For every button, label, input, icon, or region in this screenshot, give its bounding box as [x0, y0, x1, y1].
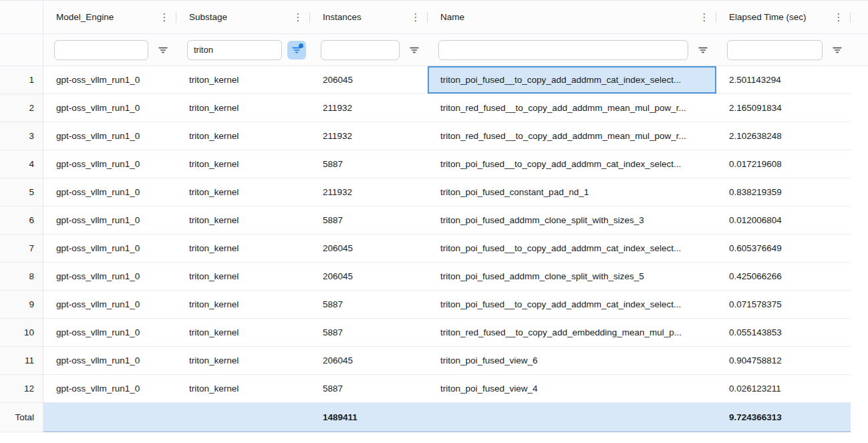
cell-elapsed[interactable]: 2.102638248: [716, 122, 851, 150]
column-menu-icon[interactable]: ⋮: [293, 12, 303, 22]
cell-instances[interactable]: 5887: [310, 375, 428, 403]
filter-button-model-engine[interactable]: [154, 41, 172, 59]
row-filler: [851, 319, 868, 347]
cell-substage[interactable]: triton_kernel: [176, 122, 310, 150]
cell-elapsed[interactable]: 0.071578375: [716, 291, 851, 319]
column-menu-icon[interactable]: ⋮: [159, 12, 170, 22]
cell-elapsed[interactable]: 0.425066266: [716, 263, 851, 291]
cell-elapsed[interactable]: 0.055143853: [716, 319, 851, 347]
row-filler: [851, 375, 868, 403]
row-number: 8: [0, 263, 43, 291]
cell-instances[interactable]: 211932: [310, 122, 428, 150]
cell-elapsed[interactable]: 0.838219359: [716, 178, 851, 206]
row-filler: [851, 94, 868, 122]
cell-name[interactable]: triton_poi_fused__to_copy_add_addmm_cat_…: [428, 291, 716, 319]
column-header-substage[interactable]: Substage ⋮: [176, 1, 310, 34]
cell-instances[interactable]: 206045: [310, 347, 428, 375]
cell-model-engine[interactable]: gpt-oss_vllm_run1_0: [43, 375, 176, 403]
cell-name[interactable]: triton_poi_fused_constant_pad_nd_1: [428, 178, 716, 206]
column-label-substage: Substage: [189, 12, 293, 22]
cell-substage[interactable]: triton_kernel: [176, 347, 310, 375]
filter-button-elapsed-time[interactable]: [828, 41, 847, 59]
filter-button-substage[interactable]: [287, 41, 306, 59]
cell-model-engine[interactable]: gpt-oss_vllm_run1_0: [43, 150, 176, 178]
filter-input-elapsed-time[interactable]: [727, 40, 823, 60]
cell-elapsed[interactable]: 0.017219608: [716, 150, 851, 178]
total-row-filler: [851, 403, 868, 432]
table-row: 6 gpt-oss_vllm_run1_0 triton_kernel 5887…: [0, 206, 868, 235]
cell-substage[interactable]: triton_kernel: [176, 150, 310, 178]
cell-model-engine[interactable]: gpt-oss_vllm_run1_0: [43, 291, 176, 319]
cell-substage[interactable]: triton_kernel: [176, 235, 310, 263]
cell-substage[interactable]: triton_kernel: [176, 66, 310, 94]
cell-name[interactable]: triton_red_fused__to_copy_add_embedding_…: [428, 319, 716, 347]
column-menu-icon[interactable]: ⋮: [833, 12, 844, 22]
row-number: 7: [0, 235, 43, 263]
table-row: 2 gpt-oss_vllm_run1_0 triton_kernel 2119…: [0, 94, 868, 122]
row-filler: [851, 178, 868, 206]
cell-elapsed[interactable]: 2.165091834: [716, 94, 851, 122]
cell-substage[interactable]: triton_kernel: [176, 375, 310, 403]
cell-model-engine[interactable]: gpt-oss_vllm_run1_0: [43, 206, 176, 235]
cell-instances[interactable]: 5887: [310, 150, 428, 178]
cell-model-engine[interactable]: gpt-oss_vllm_run1_0: [43, 319, 176, 347]
cell-elapsed[interactable]: 0.904758812: [716, 347, 851, 375]
column-header-instances[interactable]: Instances ⋮: [310, 1, 428, 34]
cell-substage[interactable]: triton_kernel: [176, 94, 310, 122]
cell-substage[interactable]: triton_kernel: [176, 178, 310, 206]
filter-input-substage[interactable]: [187, 40, 282, 60]
cell-substage[interactable]: triton_kernel: [176, 206, 310, 235]
filter-input-name[interactable]: [438, 40, 688, 60]
cell-model-engine[interactable]: gpt-oss_vllm_run1_0: [43, 347, 176, 375]
filter-input-model-engine[interactable]: [54, 40, 148, 60]
cell-name[interactable]: triton_poi_fused__to_copy_add_addmm_cat_…: [428, 66, 716, 94]
cell-substage[interactable]: triton_kernel: [176, 291, 310, 319]
cell-model-engine[interactable]: gpt-oss_vllm_run1_0: [43, 178, 176, 206]
cell-instances[interactable]: 5887: [310, 206, 428, 235]
column-header-elapsed-time[interactable]: Elapsed Time (sec) ⋮: [716, 1, 851, 34]
cell-name[interactable]: triton_poi_fused__to_copy_add_addmm_cat_…: [428, 235, 716, 263]
cell-model-engine[interactable]: gpt-oss_vllm_run1_0: [43, 235, 176, 263]
filter-button-name[interactable]: [694, 41, 712, 59]
cell-elapsed[interactable]: 0.012006804: [716, 206, 851, 235]
filter-funnel-icon: [832, 45, 843, 55]
cell-elapsed[interactable]: 0.605376649: [716, 235, 851, 263]
cell-substage[interactable]: triton_kernel: [176, 319, 310, 347]
filter-input-instances[interactable]: [321, 40, 400, 60]
cell-model-engine[interactable]: gpt-oss_vllm_run1_0: [43, 94, 176, 122]
column-header-name[interactable]: Name ⋮: [428, 1, 716, 34]
cell-instances[interactable]: 206045: [310, 263, 428, 291]
cell-substage[interactable]: triton_kernel: [176, 263, 310, 291]
cell-elapsed[interactable]: 0.026123211: [716, 375, 851, 403]
cell-name[interactable]: triton_poi_fused_addmm_clone_split_with_…: [428, 206, 716, 235]
cell-name[interactable]: triton_poi_fused_addmm_clone_split_with_…: [428, 263, 716, 291]
total-substage-cell: [176, 403, 310, 432]
cell-instances[interactable]: 211932: [310, 94, 428, 122]
header-filler: [851, 1, 868, 34]
column-menu-icon[interactable]: ⋮: [699, 12, 710, 22]
cell-instances[interactable]: 5887: [310, 319, 428, 347]
cell-name[interactable]: triton_red_fused__to_copy_add_addmm_mean…: [428, 122, 716, 150]
cell-name[interactable]: triton_red_fused__to_copy_add_addmm_mean…: [428, 94, 716, 122]
column-label-instances: Instances: [323, 12, 410, 22]
cell-model-engine[interactable]: gpt-oss_vllm_run1_0: [43, 263, 176, 291]
cell-name[interactable]: triton_poi_fused__to_copy_add_addmm_cat_…: [428, 150, 716, 178]
column-menu-icon[interactable]: ⋮: [410, 12, 421, 22]
cell-instances[interactable]: 206045: [310, 235, 428, 263]
cell-instances[interactable]: 5887: [310, 291, 428, 319]
total-row-label: Total: [0, 403, 43, 432]
cell-model-engine[interactable]: gpt-oss_vllm_run1_0: [43, 66, 176, 94]
column-header-model-engine[interactable]: Model_Engine ⋮: [43, 1, 176, 34]
cell-name[interactable]: triton_poi_fused_view_4: [428, 375, 716, 403]
cell-name[interactable]: triton_poi_fused_view_6: [428, 347, 716, 375]
row-number: 3: [0, 122, 43, 150]
cell-instances[interactable]: 211932: [310, 178, 428, 206]
cell-model-engine[interactable]: gpt-oss_vllm_run1_0: [43, 122, 176, 150]
cell-elapsed[interactable]: 2.501143294: [716, 66, 851, 94]
filter-row: [0, 34, 868, 66]
filter-button-instances[interactable]: [405, 41, 424, 59]
header-row: Model_Engine ⋮ Substage ⋮ Instances ⋮ Na…: [0, 1, 868, 34]
filter-funnel-icon: [409, 45, 420, 55]
total-model-engine-cell: [43, 403, 176, 432]
cell-instances[interactable]: 206045: [310, 66, 428, 94]
